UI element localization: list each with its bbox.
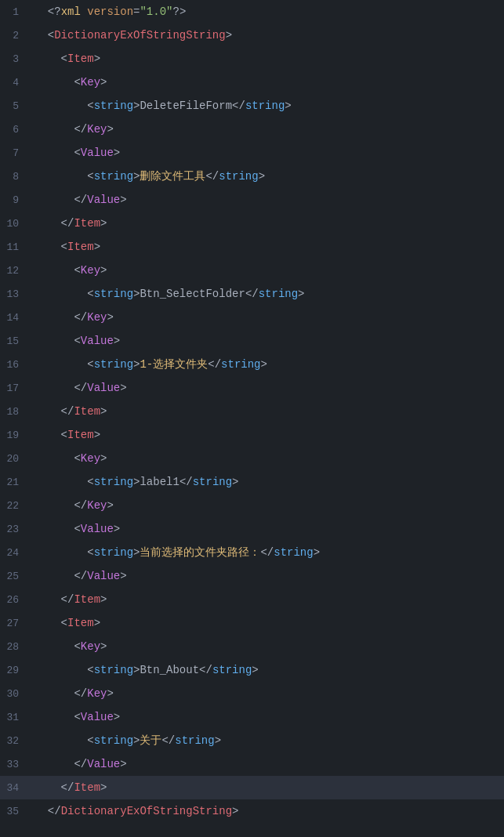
- line-number: 30: [0, 688, 28, 700]
- code-line: 22 </Key>: [0, 494, 504, 517]
- line-number: 5: [0, 100, 28, 112]
- line-number: 1: [0, 6, 28, 18]
- line-content: </Key>: [28, 123, 504, 136]
- line-content: </Value>: [28, 194, 504, 206]
- code-line: 29 <string>Btn_About</string>: [0, 658, 504, 682]
- line-content: </Item>: [28, 781, 504, 794]
- line-number: 24: [0, 547, 28, 559]
- line-content: <Value>: [28, 147, 504, 159]
- line-number: 11: [0, 241, 28, 253]
- code-line: 30 </Key>: [0, 682, 504, 705]
- line-number: 21: [0, 476, 28, 488]
- line-content: </Key>: [28, 311, 504, 324]
- line-number: 18: [0, 406, 28, 418]
- line-number: 6: [0, 124, 28, 136]
- code-line: 9 </Value>: [0, 188, 504, 212]
- line-content: <Key>: [28, 264, 504, 277]
- line-number: 29: [0, 665, 28, 676]
- line-number: 33: [0, 759, 28, 770]
- line-content: <string>关于</string>: [28, 734, 504, 748]
- code-line: 27 <Item>: [0, 611, 504, 635]
- line-content: </DictionaryExOfStringString>: [28, 805, 504, 817]
- code-line: 4 <Key>: [0, 71, 504, 94]
- line-number: 31: [0, 712, 28, 723]
- line-number: 12: [0, 265, 28, 277]
- line-number: 13: [0, 288, 28, 300]
- code-line: 31 <Value>: [0, 705, 504, 729]
- line-content: </Key>: [28, 687, 504, 700]
- line-content: </Value>: [28, 570, 504, 582]
- line-number: 20: [0, 453, 28, 465]
- line-number: 34: [0, 782, 28, 794]
- line-number: 27: [0, 618, 28, 629]
- line-content: </Item>: [28, 593, 504, 606]
- code-line: 12 <Key>: [0, 259, 504, 282]
- code-line: 21 <string>label1</string>: [0, 470, 504, 494]
- code-line: 17 </Value>: [0, 376, 504, 400]
- line-number: 28: [0, 641, 28, 653]
- code-line: 26 </Item>: [0, 588, 504, 611]
- line-content: <Value>: [28, 335, 504, 347]
- line-number: 16: [0, 359, 28, 371]
- line-content: <string>label1</string>: [28, 476, 504, 488]
- code-line: 13 <string>Btn_SelectFolder</string>: [0, 282, 504, 306]
- line-number: 14: [0, 312, 28, 324]
- line-content: <Value>: [28, 523, 504, 535]
- code-line: 1 <?xml version="1.0"?>: [0, 0, 504, 24]
- code-line: 3 <Item>: [0, 47, 504, 71]
- line-number: 26: [0, 594, 28, 606]
- line-content: <string>1-选择文件夹</string>: [28, 357, 504, 371]
- code-line: 32 <string>关于</string>: [0, 729, 504, 752]
- code-line: 23 <Value>: [0, 517, 504, 541]
- line-number: 10: [0, 218, 28, 230]
- code-line: 18 </Item>: [0, 400, 504, 423]
- line-content: <string>删除文件工具</string>: [28, 169, 504, 183]
- code-line: 25 </Value>: [0, 564, 504, 588]
- code-line: 2 <DictionaryExOfStringString>: [0, 24, 504, 47]
- line-content: <Key>: [28, 640, 504, 653]
- line-content: </Key>: [28, 499, 504, 512]
- line-content: <string>DeleteFileForm</string>: [28, 100, 504, 112]
- line-content: <Key>: [28, 452, 504, 465]
- line-number: 23: [0, 524, 28, 535]
- code-line: 6 </Key>: [0, 118, 504, 141]
- line-content: <Item>: [28, 429, 504, 441]
- line-number: 9: [0, 194, 28, 206]
- line-content: <Value>: [28, 711, 504, 723]
- code-line: 34 </Item>: [0, 776, 504, 799]
- line-content: <Item>: [28, 241, 504, 253]
- code-line: 5 <string>DeleteFileForm</string>: [0, 94, 504, 118]
- code-editor: 1 <?xml version="1.0"?>2 <DictionaryExOf…: [0, 0, 504, 837]
- code-line: 28 <Key>: [0, 635, 504, 658]
- line-content: <?xml version="1.0"?>: [28, 5, 504, 18]
- line-number: 17: [0, 382, 28, 394]
- line-number: 22: [0, 500, 28, 512]
- line-content: <string>当前选择的文件夹路径：</string>: [28, 545, 504, 560]
- line-number: 19: [0, 429, 28, 441]
- line-content: </Item>: [28, 405, 504, 418]
- line-number: 15: [0, 335, 28, 347]
- code-line: 11 <Item>: [0, 235, 504, 259]
- line-number: 2: [0, 30, 28, 42]
- code-line: 8 <string>删除文件工具</string>: [0, 165, 504, 188]
- code-line: 24 <string>当前选择的文件夹路径：</string>: [0, 541, 504, 564]
- line-number: 8: [0, 171, 28, 183]
- code-line: 16 <string>1-选择文件夹</string>: [0, 353, 504, 376]
- code-line: 19 <Item>: [0, 423, 504, 447]
- line-content: <DictionaryExOfStringString>: [28, 29, 504, 42]
- line-content: </Value>: [28, 758, 504, 770]
- line-number: 4: [0, 77, 28, 89]
- code-line: 10 </Item>: [0, 212, 504, 235]
- line-number: 35: [0, 806, 28, 817]
- code-line: 14 </Key>: [0, 306, 504, 329]
- line-content: <Item>: [28, 617, 504, 629]
- line-content: <string>Btn_About</string>: [28, 664, 504, 676]
- line-number: 32: [0, 735, 28, 747]
- line-number: 3: [0, 53, 28, 65]
- line-number: 25: [0, 571, 28, 582]
- code-line: 35 </DictionaryExOfStringString>: [0, 799, 504, 823]
- code-line: 7 <Value>: [0, 141, 504, 165]
- code-line: 33 </Value>: [0, 752, 504, 776]
- line-content: <Key>: [28, 76, 504, 89]
- line-content: <Item>: [28, 53, 504, 65]
